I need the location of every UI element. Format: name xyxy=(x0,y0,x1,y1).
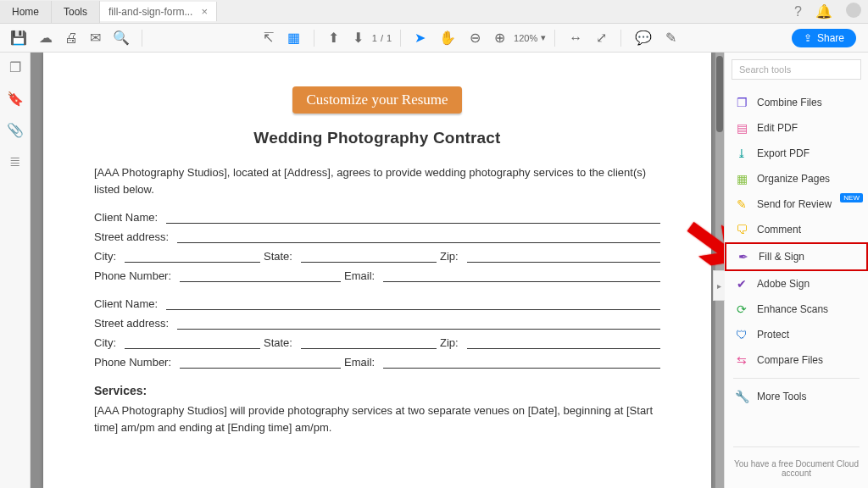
organize-pages-icon: ▦ xyxy=(735,172,748,186)
cloud-icon[interactable]: ☁ xyxy=(34,26,58,49)
label-street: Street address: xyxy=(94,230,174,243)
label-zip: Zip: xyxy=(440,250,464,263)
zoom-level[interactable]: 120% xyxy=(514,33,537,43)
help-icon[interactable]: ? xyxy=(787,1,809,23)
panel-collapse-icon[interactable]: ▸ xyxy=(713,270,725,301)
hand-icon[interactable]: ✋ xyxy=(434,26,461,49)
thumbnails-icon[interactable]: ❐ xyxy=(9,59,21,75)
comment-tool-icon[interactable]: 💬 xyxy=(630,26,657,49)
tool-send-review[interactable]: ✎Send for ReviewNEW xyxy=(725,191,868,217)
tool-label: Edit PDF xyxy=(757,122,798,134)
tool-export-pdf[interactable]: ⤓Export PDF xyxy=(725,141,868,166)
toolbar: 💾 ☁ 🖨 ✉ 🔍 ↸ ▦ ⬆ ⬇ 1 / 1 ➤ ✋ ⊖ ⊕ 120% ▾ ↔… xyxy=(0,24,868,53)
bookmarks-icon[interactable]: 🔖 xyxy=(7,91,24,107)
send-review-icon: ✎ xyxy=(735,197,748,211)
tool-compare-files[interactable]: ⇆Compare Files xyxy=(725,347,868,373)
tool-comment[interactable]: 🗨Comment xyxy=(725,217,868,242)
field-client-name-2[interactable] xyxy=(166,298,660,310)
page-down-icon[interactable]: ⬇ xyxy=(348,26,369,49)
user-avatar[interactable] xyxy=(839,0,868,25)
label-state-2: State: xyxy=(264,336,298,349)
client-block-2: Client Name: Street address: City: State… xyxy=(94,297,660,369)
share-label: Share xyxy=(817,32,844,44)
share-icon: ⇪ xyxy=(804,32,812,44)
label-email-2: Email: xyxy=(344,356,380,369)
document-view[interactable]: Customize your Resume Wedding Photograph… xyxy=(31,53,724,488)
right-panel: ▸ Search tools ❐Combine Files▤Edit PDF⤓E… xyxy=(724,53,868,488)
field-phone-2[interactable] xyxy=(180,357,341,369)
field-state-2[interactable] xyxy=(301,337,437,349)
close-tab-icon[interactable]: × xyxy=(201,5,208,18)
tool-enhance-scans[interactable]: ⟳Enhance Scans xyxy=(725,297,868,322)
zoom-dropdown-icon[interactable]: ▾ xyxy=(541,32,546,43)
field-street-2[interactable] xyxy=(177,318,660,330)
customize-resume-button[interactable]: Customize your Resume xyxy=(292,86,461,114)
field-zip-2[interactable] xyxy=(467,337,660,349)
field-phone-1[interactable] xyxy=(180,270,341,282)
zoom-in-icon[interactable]: ⊕ xyxy=(489,26,510,49)
field-zip-1[interactable] xyxy=(467,251,660,263)
label-city: City: xyxy=(94,250,121,263)
tool-edit-pdf[interactable]: ▤Edit PDF xyxy=(725,115,868,141)
field-city-1[interactable] xyxy=(125,251,260,263)
field-email-2[interactable] xyxy=(383,357,660,369)
page-total: 1 xyxy=(387,33,392,43)
field-city-2[interactable] xyxy=(125,337,260,349)
new-badge: NEW xyxy=(840,193,863,202)
selection-tool-icon[interactable]: ↸ xyxy=(258,26,279,49)
tool-label: Organize Pages xyxy=(757,173,830,185)
tools-tab[interactable]: Tools xyxy=(52,1,100,23)
field-state-1[interactable] xyxy=(301,251,437,263)
label-state: State: xyxy=(264,250,298,263)
bell-icon[interactable]: 🔔 xyxy=(809,0,839,23)
tool-combine-files[interactable]: ❐Combine Files xyxy=(725,90,868,115)
page-current[interactable]: 1 xyxy=(372,33,377,43)
label-zip-2: Zip: xyxy=(440,336,464,349)
tool-more-tools[interactable]: 🔧More Tools xyxy=(725,384,868,409)
doc-title: Wedding Photography Contract xyxy=(94,129,660,147)
search-icon[interactable]: 🔍 xyxy=(108,26,135,49)
home-tab[interactable]: Home xyxy=(0,1,52,23)
tool-adobe-sign[interactable]: ✔Adobe Sign xyxy=(725,271,868,297)
label-client-name-2: Client Name: xyxy=(94,297,163,310)
print-icon[interactable]: 🖨 xyxy=(59,27,83,49)
compare-files-icon: ⇆ xyxy=(735,353,748,367)
edit-pdf-icon: ▤ xyxy=(735,121,748,135)
tool-label: Compare Files xyxy=(757,354,823,366)
fit-width-icon[interactable]: ↔ xyxy=(564,27,587,49)
doc-intro: [AAA Photography Studios], located at [A… xyxy=(94,164,660,197)
fit-page-icon[interactable]: ⤢ xyxy=(591,26,612,49)
left-rail: ❐ 🔖 📎 ≣ xyxy=(0,53,31,488)
tool-fill-sign[interactable]: ✒Fill & Sign xyxy=(725,242,868,271)
tool-label: Adobe Sign xyxy=(757,278,810,290)
save-icon[interactable]: 💾 xyxy=(5,26,32,49)
label-email: Email: xyxy=(344,269,380,282)
scroll-thumb[interactable] xyxy=(716,56,723,132)
mail-icon[interactable]: ✉ xyxy=(85,26,106,49)
client-block-1: Client Name: Street address: City: State… xyxy=(94,211,660,282)
label-city-2: City: xyxy=(94,336,121,349)
tool-label: More Tools xyxy=(757,391,806,402)
tool-label: Fill & Sign xyxy=(759,251,804,263)
highlight-tool-icon[interactable]: ✎ xyxy=(660,26,682,49)
tools-list: ❐Combine Files▤Edit PDF⤓Export PDF▦Organ… xyxy=(725,86,868,441)
share-button[interactable]: ⇪ Share xyxy=(792,29,856,47)
comment-icon: 🗨 xyxy=(735,223,748,236)
search-tools-input[interactable]: Search tools xyxy=(732,59,861,80)
account-footnote: You have a free Document Cloud account xyxy=(725,452,868,488)
field-client-name-1[interactable] xyxy=(166,212,660,224)
document-tab[interactable]: fill-and-sign-form... × xyxy=(100,2,217,21)
tool-protect[interactable]: 🛡Protect xyxy=(725,322,868,347)
page-up-icon[interactable]: ⬆ xyxy=(323,26,344,49)
zoom-out-icon[interactable]: ⊖ xyxy=(465,26,486,49)
services-paragraph: [AAA Photography Studios] will provide p… xyxy=(94,402,660,435)
page-display-icon[interactable]: ▦ xyxy=(282,26,305,49)
field-street-1[interactable] xyxy=(177,231,660,243)
tool-label: Comment xyxy=(757,224,801,236)
more-tools-icon: 🔧 xyxy=(735,390,748,403)
attachments-icon[interactable]: 📎 xyxy=(7,122,24,138)
layers-icon[interactable]: ≣ xyxy=(9,153,20,169)
field-email-1[interactable] xyxy=(383,270,660,282)
tool-organize-pages[interactable]: ▦Organize Pages xyxy=(725,166,868,191)
pointer-icon[interactable]: ➤ xyxy=(409,26,431,49)
